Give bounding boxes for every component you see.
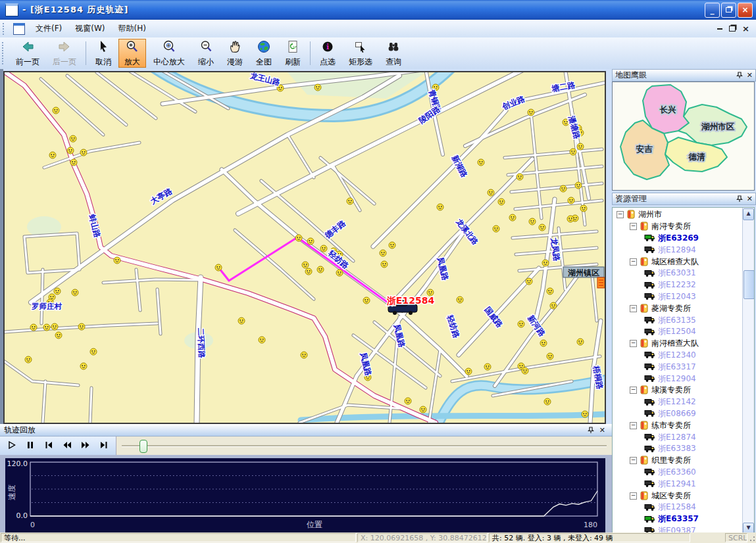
vehicle-marker[interactable]	[529, 218, 536, 225]
map-viewport[interactable]: 龙王山路青铜路陵阳路创业路塘二路潘塘路新湖路大亭路德丰路龙溪北路轻纺路轻纺路凤凰…	[3, 71, 606, 424]
vehicle-marker[interactable]	[389, 242, 395, 248]
menu-item-1[interactable]: 视窗(W)	[68, 20, 111, 37]
vehicle-marker[interactable]	[70, 159, 77, 166]
eagle-eye-map[interactable]: 长兴湖州市区安吉德清	[612, 82, 755, 191]
vehicle-marker[interactable]	[437, 204, 443, 210]
collapse-icon[interactable]: −	[630, 422, 637, 429]
toolbar-button-zoom-out[interactable]: 缩小	[192, 39, 220, 68]
map-svg[interactable]: 龙王山路青铜路陵阳路创业路塘二路潘塘路新湖路大亭路德丰路龙溪北路轻纺路轻纺路凤凰…	[5, 72, 605, 423]
vehicle-marker[interactable]	[478, 159, 484, 166]
mdi-minimize-icon[interactable]	[717, 28, 722, 30]
vehicle-marker[interactable]	[320, 245, 327, 252]
close-icon[interactable]: ✕	[599, 427, 605, 434]
vehicle-marker[interactable]	[317, 266, 324, 273]
vehicle-marker[interactable]	[90, 348, 97, 355]
vehicle-marker[interactable]	[522, 367, 528, 374]
tree-group-2[interactable]: −菱湖专卖所	[613, 302, 743, 314]
vehicle-marker[interactable]	[80, 149, 87, 156]
scroll-up-icon[interactable]: ▲	[743, 208, 754, 220]
vehicle-marker[interactable]	[30, 324, 37, 331]
vehicle-marker[interactable]	[295, 235, 302, 241]
tree-scrollbar[interactable]: ▲ ▼	[742, 208, 754, 535]
restore-button[interactable]	[721, 3, 736, 18]
vehicle-marker[interactable]	[380, 250, 386, 256]
toolbar-button-full-map-globe[interactable]: 全图	[250, 39, 278, 68]
vehicle-marker[interactable]	[582, 411, 588, 417]
mdi-close-icon[interactable]: ×	[742, 26, 749, 32]
vehicle-marker[interactable]	[526, 278, 532, 285]
toolbar-button-zoom-in[interactable]: 放大	[118, 39, 146, 68]
vehicle-marker[interactable]	[420, 406, 426, 413]
vehicle-marker[interactable]	[580, 205, 587, 212]
toolbar-button-cancel-cursor[interactable]: 取消	[89, 39, 117, 68]
vehicle-marker[interactable]	[517, 174, 523, 180]
tree-group-6[interactable]: −织里专卖所	[613, 455, 743, 467]
vehicle-marker[interactable]	[465, 368, 472, 375]
scrollbar-thumb[interactable]	[743, 270, 755, 299]
pin-icon[interactable]	[736, 195, 743, 202]
collapse-icon[interactable]: −	[630, 340, 637, 347]
vehicle-marker[interactable]	[54, 288, 61, 295]
vehicle-marker[interactable]	[53, 107, 59, 114]
pause-button[interactable]	[22, 438, 39, 454]
vehicle-marker[interactable]	[381, 261, 388, 268]
vehicle-marker[interactable]	[49, 152, 56, 158]
vehicle-marker[interactable]	[568, 197, 574, 204]
close-icon[interactable]: ✕	[747, 195, 753, 202]
vehicle-marker[interactable]	[540, 340, 547, 346]
resize-grip[interactable]	[748, 532, 756, 543]
vehicle-marker[interactable]	[55, 332, 62, 339]
tree-vehicle[interactable]: 浙E63269	[613, 233, 743, 245]
tree-vehicle[interactable]: 浙E63031	[613, 268, 743, 279]
vehicle-marker[interactable]	[544, 398, 551, 405]
vehicle-marker[interactable]	[43, 324, 50, 331]
collapse-icon[interactable]: −	[630, 492, 637, 500]
tree-group-1[interactable]: −城区稽查大队	[613, 256, 743, 268]
vehicle-marker[interactable]	[347, 198, 353, 204]
tree-vehicle[interactable]: 浙E08669	[613, 408, 743, 420]
mdi-restore-icon[interactable]	[729, 26, 736, 32]
vehicle-marker[interactable]	[363, 297, 370, 304]
close-button[interactable]: ×	[738, 3, 753, 18]
tree-vehicle[interactable]: 浙E12584	[613, 502, 743, 513]
pin-icon[interactable]	[736, 72, 743, 79]
vehicle-marker[interactable]	[550, 302, 557, 309]
vehicle-marker[interactable]	[539, 224, 545, 231]
vehicle-marker[interactable]	[547, 288, 553, 295]
first-button[interactable]	[40, 438, 57, 454]
tree-vehicle[interactable]: 浙E12504	[613, 326, 743, 338]
vehicle-marker[interactable]	[542, 260, 549, 266]
toolbar-button-pan-hand[interactable]: 漫游	[221, 39, 249, 68]
vehicle-marker[interactable]	[25, 356, 32, 363]
tree-group-7[interactable]: −城区专卖所	[613, 490, 743, 502]
toolbar-button-rect-select[interactable]: 矩形选	[343, 39, 378, 68]
collapse-icon[interactable]: −	[630, 223, 637, 230]
tree-vehicle[interactable]: 浙E63357	[613, 513, 743, 525]
vehicle-marker[interactable]	[51, 323, 58, 330]
play-button[interactable]	[3, 438, 20, 454]
vehicle-marker[interactable]	[575, 182, 582, 189]
menu-item-2[interactable]: 帮助(H)	[112, 20, 153, 37]
vehicle-marker[interactable]	[484, 364, 491, 370]
toolbar-button-refresh[interactable]: 刷新	[279, 39, 307, 68]
vehicle-marker[interactable]	[305, 268, 312, 275]
toolbar-button-center-zoom[interactable]: 中心放大	[147, 39, 191, 68]
vehicle-marker[interactable]	[577, 339, 584, 345]
tree-vehicle[interactable]: 浙E63317	[613, 361, 743, 373]
vehicle-marker[interactable]	[114, 257, 120, 264]
vehicle-marker[interactable]	[405, 398, 411, 404]
menubar-grip[interactable]	[3, 23, 7, 35]
collapse-icon[interactable]: −	[617, 211, 624, 218]
vehicle-marker[interactable]	[560, 185, 567, 192]
tree-group-4[interactable]: −埭溪专卖所	[613, 385, 743, 396]
close-icon[interactable]: ✕	[747, 72, 753, 79]
toolbar-button-prev-page[interactable]: 前一页	[10, 39, 45, 68]
vehicle-marker[interactable]	[302, 262, 309, 268]
minimize-button[interactable]: _	[705, 3, 720, 18]
tree-vehicle[interactable]: 浙E63360	[613, 467, 743, 479]
tree-group-0[interactable]: −南浔专卖所	[613, 221, 743, 233]
vehicle-marker[interactable]	[518, 321, 524, 327]
last-button[interactable]	[95, 438, 113, 454]
pin-icon[interactable]	[588, 427, 594, 434]
vehicle-marker[interactable]	[78, 323, 85, 330]
